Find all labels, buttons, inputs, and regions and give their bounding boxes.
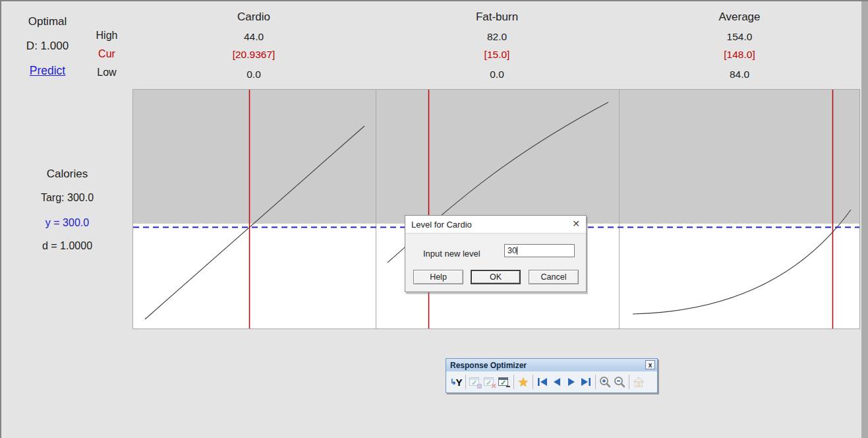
last-solution-icon[interactable] [579, 374, 593, 390]
factor-low-value: 0.0 [132, 69, 375, 80]
response-d-value: d = 1.0000 [14, 240, 120, 252]
response-y-value: y = 300.0 [14, 217, 120, 229]
predict-link[interactable]: Predict [14, 64, 80, 78]
close-icon[interactable]: ✕ [572, 218, 580, 229]
factor-header-fatburn: Fat-burn 82.0 [15.0] 0.0 [376, 1, 618, 87]
toolbar-separator [465, 375, 466, 389]
factor-name: Average [619, 11, 860, 24]
toolbar-title-bar[interactable]: Response Optimizer x [446, 359, 657, 371]
zoom-out-icon[interactable] [612, 374, 627, 390]
optimal-label: Optimal [14, 15, 80, 28]
level-input-value: 30 [507, 246, 517, 255]
dialog-title-bar[interactable]: Level for Cardio ✕ [405, 216, 586, 234]
home-icon [631, 374, 646, 390]
desirability-value: D: 1.000 [14, 40, 80, 53]
factor-header-cardio: Cardio 44.0 [20.9367] 0.0 [132, 1, 375, 87]
level-input[interactable]: 30 [504, 244, 575, 257]
ly-letter-glyph: Y [456, 377, 463, 388]
next-solution-icon[interactable] [564, 374, 579, 390]
factor-name: Fat-burn [376, 11, 618, 24]
cardio-effect-curve [145, 126, 364, 319]
previous-solution-icon[interactable] [550, 374, 564, 390]
ok-button[interactable]: OK [471, 270, 521, 284]
star-glyph: ★ [517, 375, 529, 390]
help-button[interactable]: Help [413, 270, 463, 284]
row-label-cur: Cur [80, 48, 133, 60]
minitab-optimizer-window: Optimal D: 1.000 Predict High Cur Low Ca… [0, 0, 868, 438]
toolbar-separator [533, 375, 533, 389]
optimal-solution-star-icon[interactable]: ★ [516, 374, 531, 390]
manage-settings-icon[interactable]: ✓ [497, 374, 511, 390]
factor-current-value[interactable]: [20.9367] [132, 49, 375, 61]
toolbar-title: Response Optimizer [450, 361, 527, 370]
row-label-low: Low [80, 67, 133, 78]
factor-current-value[interactable]: [15.0] [376, 49, 618, 61]
first-solution-icon[interactable] [535, 374, 550, 390]
response-optimizer-toolbar: Response Optimizer x ↳Y ✓ ✓✕ ✓ ★ [446, 358, 658, 393]
toolbar-separator [595, 375, 596, 389]
optimizer-plot-area [132, 89, 860, 329]
factor-high-value: 44.0 [132, 31, 375, 43]
toolbar-separator [513, 375, 514, 389]
factor-high-value: 154.0 [619, 31, 860, 43]
average-effect-curve [633, 210, 851, 314]
factor-low-value: 84.0 [619, 69, 860, 80]
response-name: Calories [14, 168, 120, 181]
level-dialog: Level for Cardio ✕ Input new level 30 He… [405, 215, 587, 292]
save-settings-icon: ✓ [468, 374, 482, 390]
delete-settings-icon: ✓✕ [482, 374, 497, 390]
factor-current-value[interactable]: [148.0] [619, 49, 860, 61]
dialog-title: Level for Cardio [411, 220, 472, 230]
factor-header-average: Average 154.0 [148.0] 84.0 [619, 1, 860, 87]
response-target: Targ: 300.0 [14, 192, 120, 204]
toolbar-separator [629, 375, 629, 389]
factor-name: Cardio [132, 11, 375, 24]
zoom-in-icon[interactable] [598, 374, 612, 390]
select-response-y-icon[interactable]: ↳Y [449, 374, 463, 390]
cancel-button[interactable]: Cancel [529, 270, 579, 284]
toolbar-close-icon[interactable]: x [645, 360, 655, 369]
factor-low-value: 0.0 [376, 69, 618, 80]
factor-high-value: 82.0 [376, 31, 618, 43]
level-input-label: Input new level [423, 249, 480, 259]
row-label-high: High [80, 30, 133, 42]
text-caret [517, 247, 517, 255]
window-right-edge [861, 1, 868, 438]
toolbar-body: ↳Y ✓ ✓✕ ✓ ★ [446, 371, 657, 392]
